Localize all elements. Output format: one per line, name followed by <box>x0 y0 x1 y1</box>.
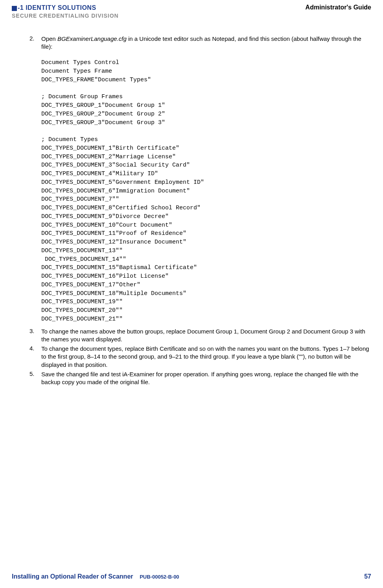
main-content: 2. Open BGExaminerLanguage.cfg in a Unic… <box>12 35 371 387</box>
footer-pub-number: PUB-00052-B-00 <box>140 574 179 580</box>
page-header: -1 IDENTITY SOLUTIONS SECURE CREDENTIALI… <box>12 4 371 19</box>
step-number: 4. <box>29 345 41 369</box>
footer-section-title: Installing an Optional Reader of Scanner <box>12 573 133 580</box>
step-number: 3. <box>29 328 41 344</box>
footer-left-group: Installing an Optional Reader of Scanner… <box>12 573 179 580</box>
logo-line-1: -1 IDENTITY SOLUTIONS <box>12 4 119 12</box>
company-logo: -1 IDENTITY SOLUTIONS SECURE CREDENTIALI… <box>12 4 119 19</box>
step-text: Save the changed file and test iA-Examin… <box>41 370 371 387</box>
step-text: To change the names above the button gro… <box>41 328 371 344</box>
logo-text-2: SECURE CREDENTIALING DIVISION <box>12 12 119 19</box>
step-2: 2. Open BGExaminerLanguage.cfg in a Unic… <box>29 35 371 51</box>
filename-italic: BGExaminerLanguage.cfg <box>57 35 127 42</box>
step-text: Open BGExaminerLanguage.cfg in a Unicode… <box>41 35 371 51</box>
step-3: 3. To change the names above the button … <box>29 328 371 344</box>
step-5: 5. Save the changed file and test iA-Exa… <box>29 370 371 387</box>
logo-text-1: -1 IDENTITY SOLUTIONS <box>18 4 96 11</box>
step-text: To change the document types, replace Bi… <box>41 345 371 369</box>
step-number: 2. <box>29 35 41 51</box>
page-footer: Installing an Optional Reader of Scanner… <box>12 573 371 580</box>
footer-page-number: 57 <box>364 573 371 580</box>
logo-square-icon <box>12 6 17 11</box>
code-block: Document Types Control Document Types Fr… <box>41 59 371 323</box>
step-number: 5. <box>29 370 41 387</box>
text-pre: Open <box>41 35 57 42</box>
step-4: 4. To change the document types, replace… <box>29 345 371 369</box>
document-title: Administrator's Guide <box>306 4 371 11</box>
